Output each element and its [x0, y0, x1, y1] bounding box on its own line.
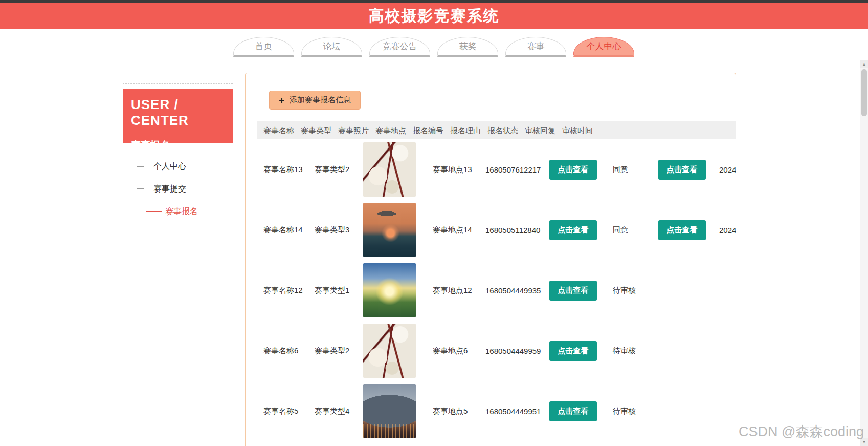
cell-event-photo: [359, 384, 426, 438]
cell-reg-number: 1680504449959: [479, 347, 543, 355]
table-row: 赛事名称6 赛事类型2 赛事地点6 1680504449959 点击查看 待审核: [257, 321, 736, 381]
nav-tab-label[interactable]: 个人中心: [573, 37, 634, 55]
add-registration-label: 添加赛事报名信息: [290, 95, 351, 105]
table-header-cell: 报名状态: [481, 121, 518, 139]
view-reason-button[interactable]: 点击查看: [549, 160, 597, 180]
app-header: 高校摄影竞赛系统: [0, 3, 868, 29]
cell-status: 同意: [606, 165, 652, 175]
cell-reason: 点击查看: [543, 220, 606, 240]
content-panel: + 添加赛事报名信息 赛事名称赛事类型赛事照片赛事地点报名编号报名理由报名状态审…: [245, 73, 736, 446]
nav-tab-label[interactable]: 获奖: [437, 37, 498, 55]
event-photo[interactable]: [363, 203, 416, 257]
view-reason-button[interactable]: 点击查看: [549, 281, 597, 301]
table-header-cell: 赛事照片: [331, 121, 369, 139]
nav-tab-underline: [369, 55, 430, 57]
cell-review-time: 2024-0: [713, 165, 736, 174]
table-row: 赛事名称5 赛事类型4 赛事地点5 1680504449951 点击查看 待审核: [257, 381, 736, 441]
scroll-up-icon[interactable]: ▲: [860, 60, 868, 68]
view-reason-button[interactable]: 点击查看: [549, 220, 597, 240]
sidebar-menu: 个人中心 赛事提交 赛事报名: [123, 155, 233, 223]
cell-event-name: 赛事名称5: [257, 407, 308, 416]
cell-reply: [652, 400, 713, 422]
dash-icon: [146, 211, 162, 212]
nav-tab[interactable]: 竞赛公告: [369, 37, 430, 57]
cell-reg-number: 1680505112840: [479, 226, 543, 235]
cell-event-place: 赛事地点5: [426, 407, 479, 416]
sidebar-menu-item[interactable]: 个人中心: [123, 155, 233, 178]
nav-tab-underline: [233, 55, 294, 57]
nav-tab[interactable]: 获奖: [437, 37, 498, 57]
cell-event-name: 赛事名称13: [257, 165, 308, 175]
dash-icon: [137, 188, 144, 189]
event-photo[interactable]: [363, 263, 416, 317]
event-photo[interactable]: [363, 142, 416, 197]
table-row: 赛事名称13 赛事类型2 赛事地点13 1680507612217 点击查看 同…: [257, 139, 736, 200]
cell-event-name: 赛事名称14: [257, 225, 308, 235]
cell-reg-number: 1680504449951: [479, 407, 543, 416]
nav-tab[interactable]: 个人中心: [573, 37, 634, 57]
registration-table: 赛事名称赛事类型赛事照片赛事地点报名编号报名理由报名状态审核回复审核时间 赛事名…: [257, 121, 736, 441]
user-center-subtitle: 赛事报名: [131, 139, 225, 152]
page-scrollbar[interactable]: ▲ ▼: [860, 60, 868, 446]
cell-event-place: 赛事地点13: [426, 165, 479, 175]
nav-tab[interactable]: 首页: [233, 37, 294, 57]
cell-event-photo: [359, 142, 426, 197]
view-reply-button[interactable]: 点击查看: [658, 220, 706, 240]
cell-event-place: 赛事地点12: [426, 286, 479, 295]
watermark: CSDN @森森coding: [739, 422, 864, 441]
add-registration-button[interactable]: + 添加赛事报名信息: [269, 91, 361, 110]
cell-event-photo: [359, 324, 426, 378]
event-photo[interactable]: [363, 384, 416, 438]
nav-tab-label[interactable]: 论坛: [301, 37, 362, 55]
table-header-cell: 赛事名称: [257, 121, 294, 139]
sidebar-menu-label: 赛事提交: [153, 184, 186, 195]
event-photo[interactable]: [363, 324, 416, 378]
user-center-title: USER / CENTER: [131, 97, 225, 129]
nav-tab-underline: [505, 55, 566, 57]
nav-tab-underline: [437, 55, 498, 57]
user-sidebar: USER / CENTER 赛事报名 个人中心 赛事提交 赛事报名: [123, 83, 233, 223]
cell-event-place: 赛事地点14: [426, 225, 479, 235]
table-header-row: 赛事名称赛事类型赛事照片赛事地点报名编号报名理由报名状态审核回复审核时间: [257, 121, 736, 139]
table-row: 赛事名称14 赛事类型3 赛事地点14 1680505112840 点击查看 同…: [257, 200, 736, 260]
cell-status: 待审核: [606, 286, 652, 295]
cell-event-type: 赛事类型2: [308, 165, 359, 175]
cell-event-type: 赛事类型4: [308, 407, 359, 416]
cell-event-name: 赛事名称6: [257, 346, 308, 356]
cell-reg-number: 1680504449935: [479, 286, 543, 295]
nav-tab-underline: [301, 55, 362, 57]
cell-event-photo: [359, 203, 426, 257]
nav-tab-label[interactable]: 竞赛公告: [369, 37, 430, 55]
app-title: 高校摄影竞赛系统: [369, 6, 500, 27]
cell-reason: 点击查看: [543, 401, 606, 421]
table-body: 赛事名称13 赛事类型2 赛事地点13 1680507612217 点击查看 同…: [257, 139, 736, 441]
table-row: 赛事名称12 赛事类型1 赛事地点12 1680504449935 点击查看 待…: [257, 260, 736, 321]
cell-event-name: 赛事名称12: [257, 286, 308, 295]
table-header-cell: 审核时间: [555, 121, 593, 139]
cell-event-photo: [359, 263, 426, 317]
nav-tab-label[interactable]: 赛事: [505, 37, 566, 55]
nav-tab-underline: [573, 55, 634, 57]
nav-tab[interactable]: 论坛: [301, 37, 362, 57]
sidebar-menu-item[interactable]: 赛事报名: [123, 200, 233, 223]
sidebar-menu-item[interactable]: 赛事提交: [123, 178, 233, 200]
view-reason-button[interactable]: 点击查看: [549, 401, 597, 421]
cell-reply: 点击查看: [652, 160, 713, 180]
main-nav: 首页 论坛 竞赛公告 获奖 赛事 个人中心: [233, 37, 634, 57]
nav-tab[interactable]: 赛事: [505, 37, 566, 57]
table-header-cell: 报名编号: [406, 121, 443, 139]
cell-reg-number: 1680507612217: [479, 165, 543, 174]
cell-reason: 点击查看: [543, 341, 606, 361]
scrollbar-thumb[interactable]: [861, 69, 867, 116]
user-center-banner: USER / CENTER 赛事报名: [123, 89, 233, 143]
cell-status: 待审核: [606, 346, 652, 356]
cell-reply: [652, 340, 713, 362]
view-reply-button[interactable]: 点击查看: [658, 160, 706, 180]
nav-tab-label[interactable]: 首页: [233, 37, 294, 55]
plus-icon: +: [279, 95, 284, 105]
table-header-cell: 赛事地点: [369, 121, 406, 139]
cell-event-type: 赛事类型3: [308, 225, 359, 235]
table-header-cell: 赛事类型: [294, 121, 331, 139]
view-reason-button[interactable]: 点击查看: [549, 341, 597, 361]
cell-status: 待审核: [606, 407, 652, 416]
